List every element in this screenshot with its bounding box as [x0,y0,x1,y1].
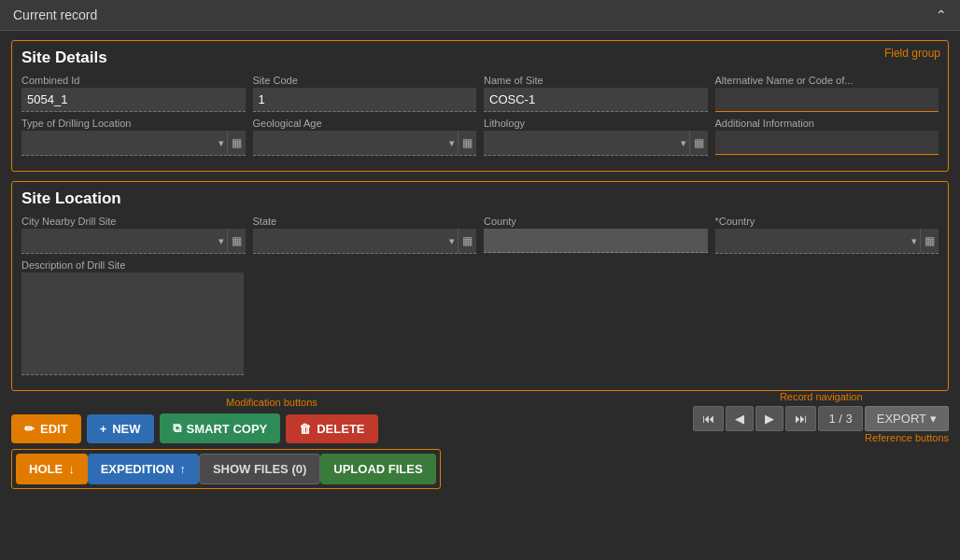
county-label: County [484,216,708,227]
modification-buttons-row: ✏ EDIT + NEW ⧉ SMART COPY 🗑 DELETE Recor… [11,413,949,443]
state-grid-icon[interactable]: ▦ [458,229,476,253]
nav-count: 1 / 3 [818,406,862,431]
nav-controls: ⏮ ◀ ▶ ⏭ 1 / 3 EXPORT ▾ [693,406,949,431]
site-code-col: Site Code [253,75,477,112]
lithology-field[interactable]: ▾ ▦ [484,131,708,156]
combined-id-input[interactable] [21,88,246,112]
name-of-site-label: Name of Site [484,75,708,86]
description-textarea[interactable] [21,273,244,375]
hole-button[interactable]: HOLE ↓ [16,454,88,484]
state-arrow-icon: ▾ [446,235,458,247]
additional-info-input[interactable] [715,131,939,155]
upload-files-button[interactable]: UPLOAD FILES [320,454,435,484]
drilling-type-select[interactable] [21,131,216,155]
description-col: Description of Drill Site [21,259,244,375]
country-field[interactable]: ▾ ▦ [715,229,939,254]
record-nav-wrapper: Record navigation ⏮ ◀ ▶ ⏭ 1 / 3 EXPORT ▾ [693,391,949,431]
name-of-site-col: Name of Site [484,75,708,112]
reference-buttons-row: HOLE ↓ EXPEDITION ↑ SHOW FILES (0) UPLOA… [11,449,949,489]
drilling-type-label: Type of Drilling Location [21,118,246,129]
drilling-arrow-icon: ▾ [216,137,227,149]
export-label: EXPORT [877,412,926,426]
state-select[interactable] [253,229,447,253]
export-arrow-icon: ▾ [930,412,937,426]
smart-copy-label: SMART COPY [187,422,268,436]
city-col: City Nearby Drill Site ▾ ▦ [21,216,246,254]
show-files-button[interactable]: SHOW FILES (0) [199,454,320,484]
delete-icon: 🗑 [299,422,311,436]
lithology-label: Lithology [484,118,708,129]
alternative-name-label: Alternative Name or Code of... [715,75,939,86]
state-field[interactable]: ▾ ▦ [253,229,477,254]
site-code-input[interactable] [253,88,477,112]
city-field[interactable]: ▾ ▦ [21,229,246,254]
city-grid-icon[interactable]: ▦ [227,229,246,253]
nav-next-button[interactable]: ▶ [755,406,784,431]
expedition-label: EXPEDITION [101,462,175,476]
collapse-icon[interactable]: ⌃ [936,7,947,22]
site-details-row1: Combined Id Site Code Name of Site Alter… [21,75,939,112]
hole-arrow-icon: ↓ [68,462,75,476]
mod-buttons-wrapper: Modification buttons ✏ EDIT + NEW ⧉ SMAR… [11,413,949,443]
country-grid-icon[interactable]: ▦ [920,229,939,253]
drilling-type-col: Type of Drilling Location ▾ ▦ [21,118,246,156]
edit-button[interactable]: ✏ EDIT [11,414,81,443]
site-details-row2: Type of Drilling Location ▾ ▦ Geological… [21,118,939,156]
site-details-section: Field group Site Details Combined Id Sit… [11,40,949,172]
nav-prev-button[interactable]: ◀ [726,406,754,431]
site-location-title: Site Location [21,189,939,208]
bottom-area: Modification buttons ✏ EDIT + NEW ⧉ SMAR… [0,410,960,489]
county-col: County [484,216,708,254]
country-col: *Country ▾ ▦ [715,216,939,254]
reference-buttons-label: Reference buttons [865,432,949,443]
geological-age-label: Geological Age [253,118,477,129]
lithology-grid-icon[interactable]: ▦ [689,131,708,155]
geological-arrow-icon: ▾ [446,137,458,149]
main-content: Field group Site Details Combined Id Sit… [0,31,960,410]
site-code-label: Site Code [253,75,477,86]
hole-label: HOLE [29,462,63,476]
nav-last-button[interactable]: ⏭ [785,406,816,431]
state-col: State ▾ ▦ [253,216,477,254]
nav-first-button[interactable]: ⏮ [693,406,724,431]
new-button[interactable]: + NEW [87,414,154,443]
site-location-section: Site Location City Nearby Drill Site ▾ ▦… [11,181,949,391]
geological-age-select[interactable] [253,131,447,155]
show-files-label: SHOW FILES (0) [213,462,306,476]
modification-label: Modification buttons [226,397,318,408]
ref-buttons-wrapper: HOLE ↓ EXPEDITION ↑ SHOW FILES (0) UPLOA… [11,449,949,489]
current-record-title: Current record [13,7,97,22]
expedition-button[interactable]: EXPEDITION ↑ [88,454,199,484]
lithology-select[interactable] [484,131,678,155]
description-label: Description of Drill Site [21,259,244,271]
city-label: City Nearby Drill Site [21,216,246,227]
ref-buttons-group: HOLE ↓ EXPEDITION ↑ SHOW FILES (0) UPLOA… [11,449,441,489]
alternative-name-input[interactable] [715,88,939,112]
export-button[interactable]: EXPORT ▾ [865,406,949,431]
site-details-title: Site Details [21,49,939,67]
delete-button[interactable]: 🗑 DELETE [286,414,377,443]
alternative-name-col: Alternative Name or Code of... [715,75,939,112]
geological-grid-icon[interactable]: ▦ [458,131,476,155]
upload-files-label: UPLOAD FILES [333,462,422,476]
edit-icon: ✏ [24,422,35,436]
name-of-site-input[interactable] [484,88,708,112]
new-label: NEW [112,422,140,436]
geological-age-field[interactable]: ▾ ▦ [253,131,477,156]
smart-copy-button[interactable]: ⧉ SMART COPY [160,413,281,443]
new-icon: + [100,422,107,436]
country-select[interactable] [715,229,910,253]
expedition-arrow-icon: ↑ [179,462,186,476]
lithology-arrow-icon: ▾ [678,137,689,149]
additional-info-label: Additional Information [715,118,939,129]
record-nav-label: Record navigation [693,391,949,402]
drilling-grid-icon[interactable]: ▦ [227,131,246,155]
city-select[interactable] [21,229,216,253]
header-bar: Current record ⌃ [0,0,960,31]
copy-icon: ⧉ [173,421,181,436]
drilling-type-field[interactable]: ▾ ▦ [21,131,246,156]
site-location-row1: City Nearby Drill Site ▾ ▦ State ▾ ▦ Cou… [21,216,939,254]
combined-id-label: Combined Id [21,75,246,86]
county-input[interactable] [484,229,708,253]
description-row: Description of Drill Site [21,259,939,375]
